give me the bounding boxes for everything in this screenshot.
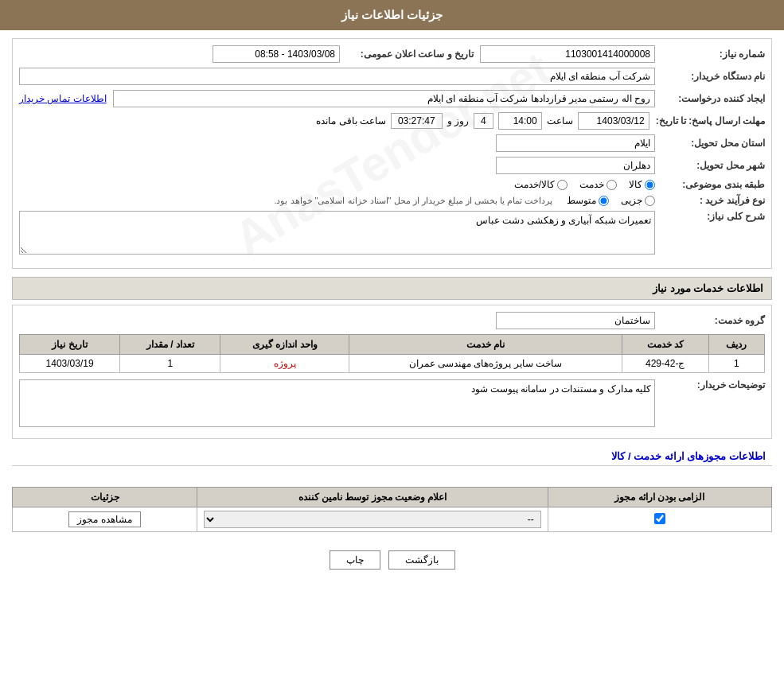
col-service-name: نام خدمت	[349, 335, 622, 355]
category-radio-service-label: خدمت	[579, 179, 604, 190]
purchase-radio-medium[interactable]: متوسط	[567, 195, 609, 206]
announce-input[interactable]	[213, 45, 340, 63]
contact-link[interactable]: اطلاعات تماس خریدار	[19, 93, 107, 104]
shenumber-label: شماره نیاز:	[661, 49, 765, 60]
page-header: جزئیات اطلاعات نیاز	[0, 0, 784, 30]
announce-label: تاریخ و ساعت اعلان عمومی:	[346, 49, 474, 60]
category-radio-both-label: کالا/خدمت	[514, 179, 555, 190]
deadline-time-input[interactable]	[498, 112, 542, 130]
col-permit-details: جزئیات	[13, 488, 197, 507]
deadline-label: مهلت ارسال پاسخ: تا تاریخ:	[656, 115, 765, 126]
row-creator: ایجاد کننده درخواست: اطلاعات تماس خریدار	[19, 90, 765, 107]
row-org: نام دستگاه خریدار:	[19, 68, 765, 85]
category-radio-service-input[interactable]	[607, 180, 617, 190]
row-city: شهر محل تحویل:	[19, 157, 765, 174]
cell-permit-details: مشاهده مجوز	[13, 507, 197, 532]
buyer-notes-display: کلیه مدارک و مستندات در سامانه پیوست شود	[19, 379, 655, 427]
cell-service-code: ج-42-429	[622, 355, 708, 373]
services-title: اطلاعات خدمات مورد نیاز	[653, 282, 763, 294]
row-service-group: گروه خدمت:	[19, 312, 765, 329]
page-title: جزئیات اطلاعات نیاز	[341, 8, 443, 21]
col-permit-status: اعلام وضعیت مجوز توسط نامین کننده	[197, 488, 548, 507]
buyer-notes-label: توضیحات خریدار:	[661, 379, 765, 391]
col-service-code: کد خدمت	[622, 335, 708, 355]
row-shenumber: شماره نیاز: تاریخ و ساعت اعلان عمومی:	[19, 45, 765, 63]
table-row: 1 ج-42-429 ساخت سایر پروژه‌های مهندسی عم…	[20, 355, 765, 373]
category-radio-both-input[interactable]	[557, 180, 568, 190]
purchase-note: پرداخت تمام یا بخشی از مبلغ خریدار از مح…	[274, 196, 552, 206]
services-section: گروه خدمت: ردیف کد خدمت نام خدمت واحد ان…	[12, 305, 772, 439]
cell-unit: پروژه	[220, 355, 349, 373]
permits-link[interactable]: اطلاعات مجوزهای ارائه خدمت / کالا	[611, 450, 766, 462]
cell-permit-status: --	[197, 507, 548, 532]
purchase-radio-medium-input[interactable]	[599, 196, 609, 206]
col-permit-required: الزامی بودن ارائه مجوز	[548, 488, 771, 507]
city-input[interactable]	[496, 157, 655, 174]
category-radio-goods-label: کالا	[629, 179, 642, 190]
description-textarea[interactable]	[19, 211, 655, 255]
permits-table: الزامی بودن ارائه مجوز اعلام وضعیت مجوز …	[12, 487, 772, 532]
purchase-radio-minor[interactable]: جزیی	[621, 195, 655, 206]
col-unit: واحد اندازه گیری	[220, 335, 349, 355]
col-quantity: تعداد / مقدار	[120, 335, 220, 355]
permit-status-select[interactable]: --	[204, 511, 541, 528]
services-section-header: اطلاعات خدمات مورد نیاز	[12, 277, 772, 300]
permit-required-checkbox[interactable]	[654, 513, 665, 524]
org-label: نام دستگاه خریدار:	[661, 71, 765, 82]
row-purchase-type: نوع فرآیند خرید : جزیی متوسط پرداخت تمام…	[19, 195, 765, 206]
permit-row: -- مشاهده مجوز	[13, 507, 772, 532]
shenumber-input[interactable]	[480, 45, 655, 63]
service-group-input[interactable]	[496, 312, 655, 329]
deadline-remaining-value: 03:27:47	[391, 113, 443, 129]
purchase-radio-minor-input[interactable]	[645, 196, 655, 206]
creator-label: ایجاد کننده درخواست:	[661, 93, 765, 104]
services-table: ردیف کد خدمت نام خدمت واحد اندازه گیری ت…	[19, 334, 765, 373]
cell-date: 1403/03/19	[20, 355, 120, 373]
city-label: شهر محل تحویل:	[661, 160, 765, 171]
view-permit-button[interactable]: مشاهده مجوز	[68, 511, 140, 527]
row-province: استان محل تحویل:	[19, 134, 765, 152]
bottom-buttons-row: بازگشت چاپ	[12, 539, 772, 581]
deadline-days-label: روز و	[447, 115, 469, 126]
buyer-notes-text: کلیه مدارک و مستندات در سامانه پیوست شود	[471, 383, 651, 395]
creator-input[interactable]	[113, 90, 655, 107]
print-button[interactable]: چاپ	[330, 550, 380, 570]
cell-row-num: 1	[708, 355, 764, 373]
row-category: طبقه بندی موضوعی: کالا خدمت کالا/خدمت	[19, 179, 765, 190]
category-radio-group: کالا خدمت کالا/خدمت	[514, 179, 655, 190]
category-radio-service[interactable]: خدمت	[579, 179, 617, 190]
deadline-remaining-label: ساعت باقی مانده	[316, 115, 386, 126]
province-input[interactable]	[496, 134, 655, 152]
category-radio-goods[interactable]: کالا	[629, 179, 655, 190]
deadline-days-value: 4	[474, 113, 493, 129]
purchase-radio-minor-label: جزیی	[621, 195, 642, 206]
row-buyer-notes: توضیحات خریدار: کلیه مدارک و مستندات در …	[19, 379, 765, 427]
row-deadline: مهلت ارسال پاسخ: تا تاریخ: ساعت 4 روز و …	[19, 112, 765, 130]
purchase-radio-medium-label: متوسط	[567, 195, 596, 206]
purchase-radio-group: جزیی متوسط	[567, 195, 655, 206]
back-button[interactable]: بازگشت	[388, 550, 455, 570]
main-info-section: AnasTender.net شماره نیاز: تاریخ و ساعت …	[12, 38, 772, 269]
category-radio-goods-input[interactable]	[645, 180, 655, 190]
cell-service-name: ساخت سایر پروژه‌های مهندسی عمران	[349, 355, 622, 373]
category-label: طبقه بندی موضوعی:	[661, 179, 765, 190]
cell-permit-required	[548, 507, 771, 532]
col-row-num: ردیف	[708, 335, 764, 355]
purchase-label: نوع فرآیند خرید :	[661, 195, 765, 206]
org-input[interactable]	[19, 68, 655, 85]
category-radio-both[interactable]: کالا/خدمت	[514, 179, 568, 190]
description-label: شرح کلی نیاز:	[661, 211, 765, 222]
deadline-time-label: ساعت	[547, 115, 573, 126]
permits-link-row: اطلاعات مجوزهای ارائه خدمت / کالا	[12, 447, 772, 466]
service-group-label: گروه خدمت:	[661, 315, 765, 326]
cell-quantity: 1	[120, 355, 220, 373]
deadline-date-input[interactable]	[578, 112, 649, 130]
row-description: شرح کلی نیاز:	[19, 211, 765, 257]
col-date: تاریخ نیاز	[20, 335, 120, 355]
province-label: استان محل تحویل:	[661, 138, 765, 149]
